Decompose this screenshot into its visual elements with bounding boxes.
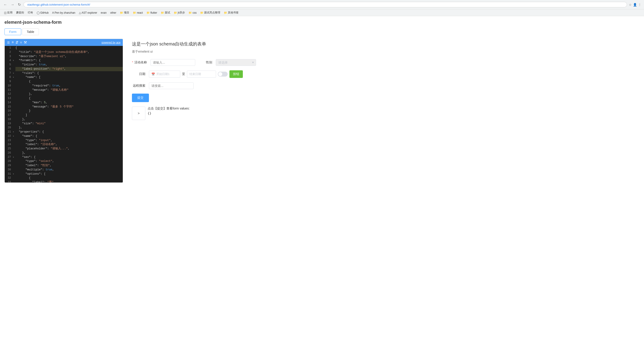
line-arrow[interactable]: ▾ bbox=[13, 134, 16, 138]
filter-icon[interactable]: ▿ bbox=[20, 40, 22, 45]
bookmark-react[interactable]: 📁 react bbox=[132, 11, 144, 15]
bookmark-other[interactable]: other bbox=[109, 11, 118, 15]
output-toggle-button[interactable]: > bbox=[132, 107, 145, 120]
browser-bar: ← → ↻ xiaofengz.github.io/element-json-s… bbox=[0, 0, 644, 10]
line-content: "type": "select", bbox=[16, 159, 123, 163]
bookmark-dd[interactable]: 叮咚 bbox=[26, 10, 34, 15]
bookmark-others[interactable]: 📁 其他书签 bbox=[222, 10, 240, 15]
line-arrow bbox=[13, 113, 16, 117]
profile-icon[interactable]: 👤 bbox=[633, 3, 637, 7]
page-content: element-json-schema-form Form Table ≣ ≡ … bbox=[0, 16, 644, 186]
editor-body[interactable]: 1{2 "title": "这是一个json schema自动生成的表单",3 … bbox=[5, 46, 123, 183]
sort-icon[interactable]: ⇵ bbox=[16, 40, 18, 45]
code-line: 5 "inline": true, bbox=[5, 63, 123, 67]
code-line: 18 }, bbox=[5, 117, 123, 122]
line-number: 10 bbox=[5, 84, 13, 88]
submit-button[interactable]: 提交 bbox=[132, 94, 149, 102]
align-left-icon[interactable]: ≣ bbox=[7, 40, 10, 45]
line-arrow bbox=[13, 122, 16, 126]
calendar-start-icon: 📅 bbox=[152, 73, 155, 76]
bookmark-css[interactable]: 📁 css bbox=[187, 11, 198, 15]
line-content: "label": "性别", bbox=[16, 163, 123, 168]
toggle-switch[interactable] bbox=[218, 72, 228, 77]
main-layout: ≣ ≡ ⇵ ▿ ⚒ powered by ace 1{2 "title": "这… bbox=[4, 39, 640, 183]
line-number: 9 bbox=[5, 80, 13, 84]
align-center-icon[interactable]: ≡ bbox=[12, 40, 14, 45]
line-content: "options": [ bbox=[16, 172, 123, 176]
bookmark-project[interactable]: 📁 项目 bbox=[118, 10, 130, 15]
line-number: 3 bbox=[5, 54, 13, 59]
line-number: 21 bbox=[5, 130, 13, 134]
forward-button[interactable]: → bbox=[10, 2, 15, 7]
code-line: 27▾ "sex": { bbox=[5, 155, 123, 159]
line-content: { bbox=[16, 96, 123, 101]
date-label: 日期 bbox=[132, 72, 145, 76]
line-arrow bbox=[13, 138, 16, 143]
remote-search-input[interactable] bbox=[149, 82, 194, 89]
code-line: 14 "max": 5, bbox=[5, 101, 123, 105]
address-bar[interactable]: xiaofengz.github.io/element-json-schema-… bbox=[24, 2, 627, 8]
settings-icon[interactable]: ⚒ bbox=[24, 40, 27, 45]
output-label: 点击【提交】查看form values: bbox=[148, 107, 190, 111]
code-line: 24 "label": "活动名称", bbox=[5, 142, 123, 147]
tab-table[interactable]: Table bbox=[22, 29, 39, 35]
reload-button[interactable]: ↻ bbox=[17, 2, 22, 7]
sex-select[interactable]: 请选择 bbox=[216, 59, 256, 66]
line-number: 31 bbox=[5, 172, 13, 176]
bookmark-interview[interactable]: 📁 面试 bbox=[160, 10, 172, 15]
line-content: "sex": { bbox=[16, 155, 123, 159]
line-arrow[interactable]: ▾ bbox=[13, 172, 16, 176]
bookmark-evan[interactable]: evan bbox=[100, 11, 108, 15]
line-arrow bbox=[13, 50, 16, 54]
activity-name-label: * 活动名称 bbox=[132, 60, 147, 65]
bookmark-ast[interactable]: △ AST explorer bbox=[78, 11, 98, 15]
line-arrow[interactable]: ▾ bbox=[13, 155, 16, 159]
bookmark-js[interactable]: 📁 js异步 bbox=[172, 10, 186, 15]
date-start-placeholder: 开始日期1 bbox=[156, 72, 170, 76]
button-green[interactable]: 按钮 bbox=[230, 70, 243, 78]
line-arrow[interactable]: ▾ bbox=[13, 71, 16, 75]
bookmark-pen[interactable]: A Pen by zhanzhan bbox=[51, 11, 76, 15]
line-arrow bbox=[13, 142, 16, 147]
code-line: 1{ bbox=[5, 46, 123, 50]
code-line: 12 }, bbox=[5, 92, 123, 96]
line-number: 15 bbox=[5, 105, 13, 109]
line-number: 1 bbox=[5, 46, 13, 50]
tab-form[interactable]: Form bbox=[4, 29, 21, 35]
line-arrow bbox=[13, 109, 16, 113]
editor-toolbar: ≣ ≡ ⇵ ▿ ⚒ powered by ace bbox=[5, 39, 123, 46]
bookmark-icon[interactable]: ☆ bbox=[629, 3, 632, 7]
date-start-input[interactable]: 📅 开始日期1 bbox=[149, 71, 180, 78]
bookmark-github[interactable]: ◯ GitHub bbox=[35, 11, 50, 15]
line-content: "title": "这是一个json schema自动生成的表单", bbox=[16, 50, 123, 54]
menu-icon[interactable]: ⋮ bbox=[638, 3, 641, 7]
line-arrow[interactable]: ▾ bbox=[13, 58, 16, 63]
line-content: "formAttr": { bbox=[16, 58, 123, 63]
line-arrow[interactable]: ▾ bbox=[13, 75, 16, 80]
output-json: {} bbox=[148, 111, 190, 115]
line-content: "size": "mini" bbox=[16, 122, 123, 126]
back-button[interactable]: ← bbox=[3, 2, 8, 7]
bookmark-flutter[interactable]: 📁 flutter bbox=[145, 11, 158, 15]
activity-name-input[interactable] bbox=[150, 59, 195, 66]
line-number: 5 bbox=[5, 63, 13, 67]
line-content: "message": "最多 5 个字符" bbox=[16, 105, 123, 109]
powered-by-link[interactable]: powered by ace bbox=[102, 41, 120, 44]
url-text: xiaofengz.github.io/element-json-schema-… bbox=[27, 3, 90, 6]
bookmark-moge[interactable]: 蘑菇街 bbox=[15, 10, 26, 15]
date-end-input[interactable]: 结束日期 bbox=[187, 71, 216, 78]
line-arrow bbox=[13, 96, 16, 101]
line-number: 22 bbox=[5, 134, 13, 138]
line-arrow[interactable]: ▾ bbox=[13, 130, 16, 134]
line-content: "type": "input", bbox=[16, 138, 123, 143]
code-line: 30 "multiple": true, bbox=[5, 168, 123, 172]
bookmark-highlights[interactable]: 📁 面试亮点整理 bbox=[199, 10, 222, 15]
line-number: 33 bbox=[5, 180, 13, 183]
form-title: 这是一个json schema自动生成的表单 bbox=[132, 41, 635, 47]
line-arrow bbox=[13, 105, 16, 109]
bookmark-apps[interactable]: ◫ 应用 bbox=[3, 10, 14, 15]
line-number: 27 bbox=[5, 155, 13, 159]
code-line: 23 "type": "input", bbox=[5, 138, 123, 143]
code-line: 25 "placeholder": "请输入...", bbox=[5, 147, 123, 151]
line-arrow bbox=[13, 168, 16, 172]
